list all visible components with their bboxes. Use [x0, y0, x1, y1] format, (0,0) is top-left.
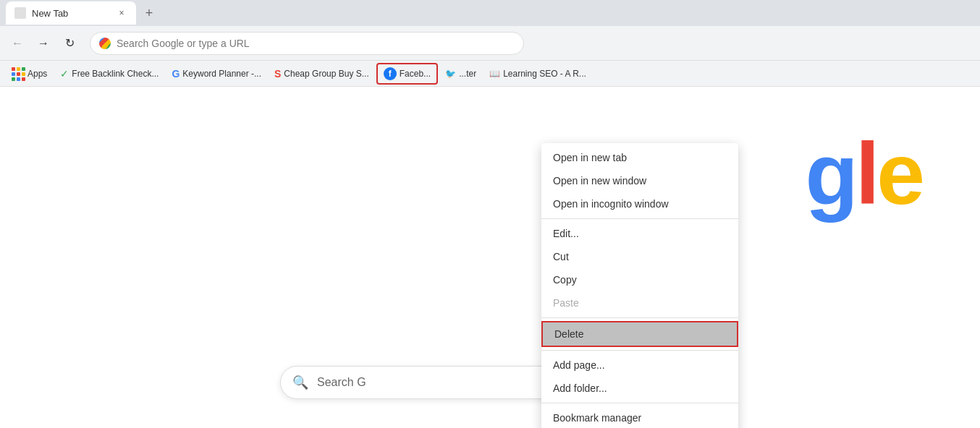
learning-seo-favicon: 📖	[489, 69, 500, 79]
menu-add-page[interactable]: Add page...	[541, 354, 738, 377]
new-tab-button[interactable]: +	[139, 3, 159, 23]
bookmark-free-backlink[interactable]: ✓ Free Backlink Check...	[54, 65, 164, 82]
back-button[interactable]: ←	[6, 32, 29, 55]
tab-close-button[interactable]: ×	[116, 7, 127, 19]
apps-grid-icon	[12, 67, 25, 80]
menu-bookmark-manager[interactable]: Bookmark manager	[541, 406, 738, 428]
tab-favicon	[14, 7, 26, 19]
back-icon: ←	[12, 37, 23, 50]
menu-delete-label: Delete	[554, 328, 583, 340]
menu-separator-2	[541, 317, 738, 318]
menu-copy-label: Copy	[553, 274, 577, 286]
tab-title: New Tab	[32, 8, 68, 19]
menu-add-folder[interactable]: Add folder...	[541, 377, 738, 400]
bookmark-free-backlink-label: Free Backlink Check...	[72, 69, 159, 79]
refresh-icon: ↻	[65, 36, 75, 50]
menu-open-new-window[interactable]: Open in new window	[541, 169, 738, 192]
menu-edit-label: Edit...	[553, 228, 579, 239]
bookmark-learning-seo-label: Learning SEO - A R...	[503, 69, 586, 79]
menu-add-folder-label: Add folder...	[553, 382, 607, 394]
menu-open-incognito-label: Open in incognito window	[553, 198, 669, 210]
menu-separator-3	[541, 350, 738, 351]
semrush-favicon: S	[274, 68, 281, 80]
menu-delete[interactable]: Delete	[541, 321, 738, 347]
google-logo-l: l	[856, 125, 876, 222]
context-menu: Open in new tab Open in new window Open …	[541, 143, 738, 428]
twitter-favicon: 🐦	[445, 69, 456, 79]
menu-open-new-tab[interactable]: Open in new tab	[541, 146, 738, 169]
nav-bar: ← → ↻ Search Google or type a URL	[0, 26, 980, 61]
bookmark-facebook[interactable]: f Faceb...	[376, 63, 438, 85]
menu-separator-1	[541, 218, 738, 219]
facebook-favicon: f	[384, 67, 397, 80]
bookmark-keyword-planner-label: Keyword Planner -...	[182, 69, 261, 79]
refresh-button[interactable]: ↻	[58, 32, 81, 55]
menu-add-page-label: Add page...	[553, 359, 605, 371]
title-bar: New Tab × +	[0, 0, 980, 26]
menu-separator-4	[541, 403, 738, 403]
google-logo: gle	[806, 130, 922, 217]
bookmark-cheap-group-buy[interactable]: S Cheap Group Buy S...	[269, 65, 375, 82]
address-text: Search Google or type a URL	[117, 38, 250, 49]
checkmark-favicon: ✓	[60, 68, 69, 80]
menu-cut[interactable]: Cut	[541, 245, 738, 268]
google-g-favicon: G	[172, 68, 179, 80]
menu-open-new-window-label: Open in new window	[553, 175, 646, 187]
active-tab[interactable]: New Tab ×	[6, 1, 136, 25]
menu-open-new-tab-label: Open in new tab	[553, 152, 627, 163]
menu-paste-label: Paste	[553, 297, 579, 309]
menu-paste: Paste	[541, 291, 738, 314]
forward-button[interactable]: →	[32, 32, 55, 55]
svg-rect-0	[14, 7, 26, 19]
menu-edit[interactable]: Edit...	[541, 222, 738, 245]
address-bar[interactable]: Search Google or type a URL	[90, 32, 524, 55]
menu-copy[interactable]: Copy	[541, 268, 738, 291]
bookmark-keyword-planner[interactable]: G Keyword Planner -...	[166, 65, 267, 82]
forward-icon: →	[38, 37, 49, 50]
bookmark-apps[interactable]: Apps	[6, 64, 53, 83]
bookmark-cheap-group-buy-label: Cheap Group Buy S...	[284, 69, 368, 79]
google-logo-g: g	[806, 125, 856, 222]
menu-bookmark-manager-label: Bookmark manager	[553, 412, 641, 424]
bookmark-facebook-label: Faceb...	[400, 69, 431, 79]
bookmarks-bar: Apps ✓ Free Backlink Check... G Keyword …	[0, 61, 980, 87]
google-favicon	[99, 38, 111, 49]
bookmark-twitter-label: ...ter	[459, 69, 476, 79]
google-logo-e: e	[876, 125, 922, 222]
menu-open-incognito[interactable]: Open in incognito window	[541, 192, 738, 215]
bookmark-twitter[interactable]: 🐦 ...ter	[439, 66, 482, 82]
bookmark-apps-label: Apps	[28, 69, 47, 79]
menu-cut-label: Cut	[553, 251, 569, 262]
search-icon: 🔍	[292, 374, 308, 390]
bookmark-learning-seo[interactable]: 📖 Learning SEO - A R...	[483, 66, 592, 82]
main-content: gle 🔍 Search G 🎤 Open in new tab Open in…	[0, 87, 980, 428]
